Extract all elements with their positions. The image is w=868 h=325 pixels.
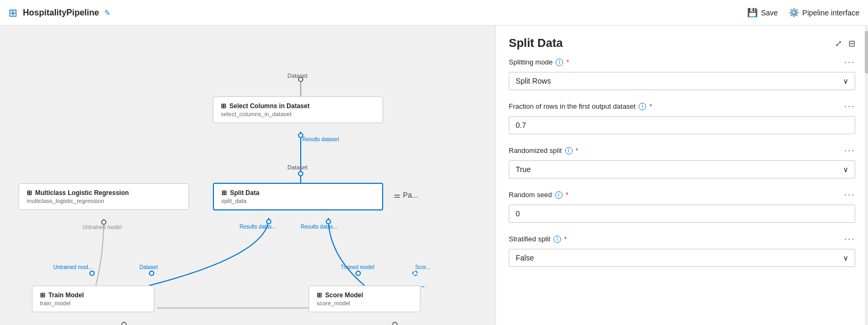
splitting-mode-required: * xyxy=(566,59,569,66)
random-seed-input[interactable] xyxy=(509,205,855,223)
splitting-mode-chevron: ∨ xyxy=(843,77,848,85)
untrained-model-label: Untrained model xyxy=(82,224,121,230)
panel-scrollbar[interactable] xyxy=(865,26,868,325)
panel-content: Splitting mode i * ··· Split Rows ∨ Frac… xyxy=(496,56,868,325)
randomized-split-dropdown[interactable]: True ∨ xyxy=(509,160,855,178)
stratified-split-required: * xyxy=(564,235,567,243)
connector-dot-dataset-mid xyxy=(298,171,303,176)
connector-dot-train-in2 xyxy=(149,271,154,276)
randomized-split-field-group: Randomized split i * ··· True ∨ xyxy=(509,145,855,178)
splitting-mode-info-icon[interactable]: i xyxy=(556,59,563,66)
multiclass-lr-subtitle: multiclass_logistic_regression xyxy=(27,198,181,204)
pipeline-interface-button[interactable]: ⚙️ Pipeline interface xyxy=(789,7,859,18)
topbar-left: ⊞ HospitalityPipeline ✎ xyxy=(9,6,111,19)
edit-pipeline-title-icon[interactable]: ✎ xyxy=(104,9,111,17)
score-model-subtitle: score_model xyxy=(317,300,412,306)
train-model-subtitle: train_model xyxy=(40,300,146,306)
stratified-split-info-icon[interactable]: i xyxy=(553,235,561,243)
connector-dot-score-in1 xyxy=(356,271,361,276)
stratified-split-more[interactable]: ··· xyxy=(844,233,855,245)
results-datas1-label: Results datas... xyxy=(239,224,276,230)
node-train-model[interactable]: ⊞ Train Model train_model xyxy=(32,286,154,312)
fraction-rows-input[interactable] xyxy=(509,116,855,134)
app-grid-icon: ⊞ xyxy=(9,6,18,19)
multiclass-lr-icon: ⊞ xyxy=(27,189,32,197)
splitting-mode-dropdown[interactable]: Split Rows ∨ xyxy=(509,72,855,90)
split-data-icon: ⊞ xyxy=(221,189,227,197)
pipeline-canvas[interactable]: Dataset ⊞ Select Columns in Dataset sele… xyxy=(0,26,495,325)
fraction-rows-label: Fraction of rows in the first output dat… xyxy=(509,102,635,110)
select-columns-icon: ⊞ xyxy=(221,102,226,110)
random-seed-label: Random seed xyxy=(509,191,552,199)
stratified-split-dropdown[interactable]: False ∨ xyxy=(509,249,855,267)
node-split-data[interactable]: ⊞ Split Data split_data xyxy=(213,183,383,210)
results-datas2-label: Results datas... xyxy=(301,224,337,230)
connector-dot-score-out xyxy=(392,322,398,325)
node-multiclass-lr[interactable]: ⊞ Multiclass Logistic Regression multicl… xyxy=(19,183,189,210)
dataset-bottom-label: Dataset xyxy=(139,264,158,270)
topbar-right: 💾 Save ⚙️ Pipeline interface xyxy=(747,7,859,18)
panel-header: Split Data ⤢ ⊟ xyxy=(496,26,868,56)
results-dataset-label: Results dataset xyxy=(302,136,339,142)
pipeline-title: HospitalityPipeline xyxy=(23,8,99,18)
right-panel: Split Data ⤢ ⊟ Splitting mode i * ··· S xyxy=(495,26,868,325)
save-icon: 💾 xyxy=(747,7,758,18)
panel-title: Split Data xyxy=(509,36,563,50)
stratified-split-chevron: ∨ xyxy=(843,254,848,262)
select-columns-subtitle: select_columns_in_dataset xyxy=(221,111,375,117)
untrained-mod-label: Untrained mod... xyxy=(53,264,93,270)
connector-dot-train-in1 xyxy=(89,271,95,276)
random-seed-more[interactable]: ··· xyxy=(844,189,855,200)
randomized-split-info-icon[interactable]: i xyxy=(565,147,573,155)
random-seed-info-icon[interactable]: i xyxy=(555,191,563,199)
fraction-rows-info-icon[interactable]: i xyxy=(639,103,646,110)
stratified-split-field-group: Stratified split i * ··· False ∨ xyxy=(509,233,855,267)
node-select-columns[interactable]: ⊞ Select Columns in Dataset select_colum… xyxy=(213,96,383,123)
connector-dot-train-out xyxy=(121,322,127,325)
splitting-mode-value: Split Rows xyxy=(516,77,551,85)
random-seed-required: * xyxy=(566,191,568,199)
split-data-subtitle: split_data xyxy=(221,198,375,204)
fraction-rows-required: * xyxy=(649,103,652,110)
dataset-top-label: Dataset xyxy=(287,72,308,79)
stratified-split-value: False xyxy=(516,254,534,262)
stratified-split-label: Stratified split xyxy=(509,235,550,243)
connector-dot-score-in2 xyxy=(412,271,418,276)
dataset-mid-label: Dataset xyxy=(287,164,308,170)
node-score-model[interactable]: ⊞ Score Model score_model xyxy=(309,286,420,312)
save-button[interactable]: 💾 Save xyxy=(747,7,778,18)
randomized-split-value: True xyxy=(516,165,531,174)
score-model-icon: ⊞ xyxy=(317,291,322,299)
randomized-split-required: * xyxy=(576,147,578,155)
fraction-rows-more[interactable]: ··· xyxy=(844,101,855,112)
collapse-panel-button[interactable]: ⊟ xyxy=(848,38,855,48)
score-ds-label: Scor... xyxy=(415,264,430,270)
train-model-icon: ⊞ xyxy=(40,291,45,299)
splitting-mode-more[interactable]: ··· xyxy=(844,56,855,68)
adjust-panel-icon[interactable]: ⚌ Pa... xyxy=(394,191,418,199)
splitting-mode-field-group: Splitting mode i * ··· Split Rows ∨ xyxy=(509,56,855,90)
randomized-split-label: Randomized split xyxy=(509,147,562,155)
main-content: Dataset ⊞ Select Columns in Dataset sele… xyxy=(0,26,868,325)
expand-panel-button[interactable]: ⤢ xyxy=(835,38,842,48)
randomized-split-chevron: ∨ xyxy=(843,165,848,174)
randomized-split-more[interactable]: ··· xyxy=(844,145,855,156)
splitting-mode-label: Splitting mode xyxy=(509,58,552,66)
random-seed-field-group: Random seed i * ··· xyxy=(509,189,855,223)
panel-actions: ⤢ ⊟ xyxy=(835,38,855,48)
connections-svg xyxy=(0,26,495,325)
fraction-rows-field-group: Fraction of rows in the first output dat… xyxy=(509,101,855,134)
topbar: ⊞ HospitalityPipeline ✎ 💾 Save ⚙️ Pipeli… xyxy=(0,0,868,26)
trained-model-label: Trained model xyxy=(341,264,375,270)
panel-scrollbar-thumb xyxy=(865,31,868,74)
connector-dot-dataset-top xyxy=(298,77,303,82)
settings-icon: ⚙️ xyxy=(789,7,799,18)
